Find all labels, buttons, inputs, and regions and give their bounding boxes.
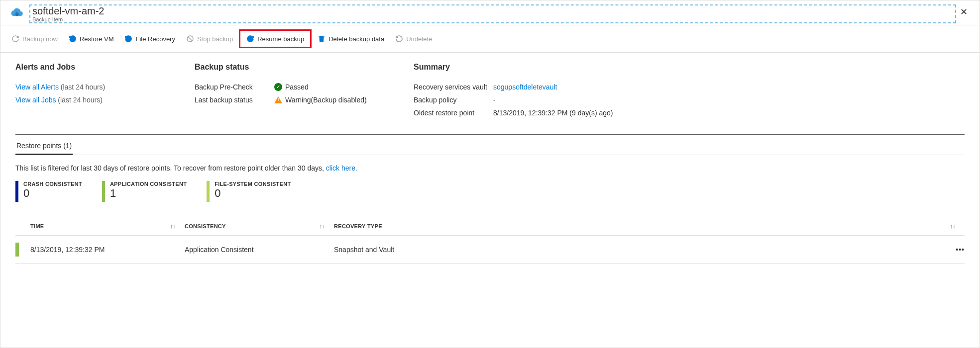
trash-icon (318, 35, 326, 43)
last-backup-label: Last backup status (195, 96, 274, 104)
cell-consistency: Application Consistent (185, 246, 334, 254)
backup-now-button: Backup now (6, 32, 63, 46)
stat-crash: CRASH CONSISTENT 0 (15, 181, 82, 202)
stat-app: APPLICATION CONSISTENT 1 (102, 181, 187, 202)
status-heading: Backup status (195, 63, 384, 72)
backup-now-icon (11, 35, 19, 43)
file-recovery-icon (124, 35, 132, 43)
stat-file: FILE-SYSTEM CONSISTENT 0 (207, 181, 291, 202)
stop-icon (186, 35, 194, 43)
alerts-time-hint: (last 24 hours) (61, 83, 105, 91)
resume-backup-button[interactable]: Resume backup (241, 32, 309, 46)
restore-vm-button[interactable]: Restore VM (64, 32, 119, 46)
view-all-alerts-link[interactable]: View all Alerts (15, 83, 59, 91)
jobs-time-hint: (last 24 hours) (58, 96, 102, 104)
policy-label: Backup policy (414, 96, 493, 104)
oldest-label: Oldest restore point (414, 109, 493, 117)
col-consistency-header[interactable]: CONSISTENCY↑↓ (185, 223, 334, 229)
svg-line-1 (188, 37, 192, 41)
delete-backup-data-button[interactable]: Delete backup data (313, 32, 389, 46)
file-recovery-button[interactable]: File Recovery (119, 32, 180, 46)
backup-item-icon (8, 4, 24, 20)
close-button[interactable]: ✕ (956, 4, 972, 19)
col-time-header[interactable]: TIME↑↓ (30, 223, 185, 229)
check-icon: ✓ (274, 83, 282, 91)
click-here-link[interactable]: click here. (326, 164, 357, 172)
last-backup-value: Warning(Backup disabled) (285, 96, 367, 104)
resume-icon (246, 35, 254, 43)
precheck-label: Backup Pre-Check (195, 83, 274, 91)
sort-icon: ↑↓ (170, 223, 176, 229)
stat-bar-crash (15, 181, 18, 202)
undelete-button: Undelete (390, 32, 437, 46)
col-recovery-header[interactable]: RECOVERY TYPE (334, 223, 940, 229)
summary-heading: Summary (414, 63, 965, 72)
page-title: softdel-vm-am-2 (32, 5, 953, 16)
row-menu-button[interactable]: ••• (956, 246, 965, 254)
row-status-bar (15, 243, 19, 257)
stop-backup-button: Stop backup (181, 32, 238, 46)
vault-link[interactable]: sogupsoftdeletevault (493, 83, 557, 91)
cell-recovery: Snapshot and Vault (334, 246, 940, 254)
sort-icon: ↑↓ (319, 223, 325, 229)
view-all-jobs-link[interactable]: View all Jobs (15, 96, 56, 104)
cell-time: 8/13/2019, 12:39:32 PM (30, 246, 185, 254)
stat-bar-file (207, 181, 210, 202)
tab-restore-points[interactable]: Restore points (1) (15, 138, 73, 155)
filter-text: This list is filtered for last 30 days o… (15, 155, 965, 181)
precheck-value: Passed (285, 83, 309, 91)
warning-icon (274, 96, 282, 104)
sort-icon: ↑↓ (950, 223, 956, 229)
vault-label: Recovery services vault (414, 83, 493, 91)
alerts-heading: Alerts and Jobs (15, 63, 165, 72)
table-row[interactable]: 8/13/2019, 12:39:32 PM Application Consi… (15, 236, 965, 264)
page-subtitle: Backup Item (32, 16, 953, 22)
restore-icon (69, 35, 77, 43)
undelete-icon (395, 35, 403, 43)
oldest-value: 8/13/2019, 12:39:32 PM (9 day(s) ago) (493, 109, 613, 117)
policy-value: - (493, 96, 496, 104)
stat-bar-app (102, 181, 105, 202)
